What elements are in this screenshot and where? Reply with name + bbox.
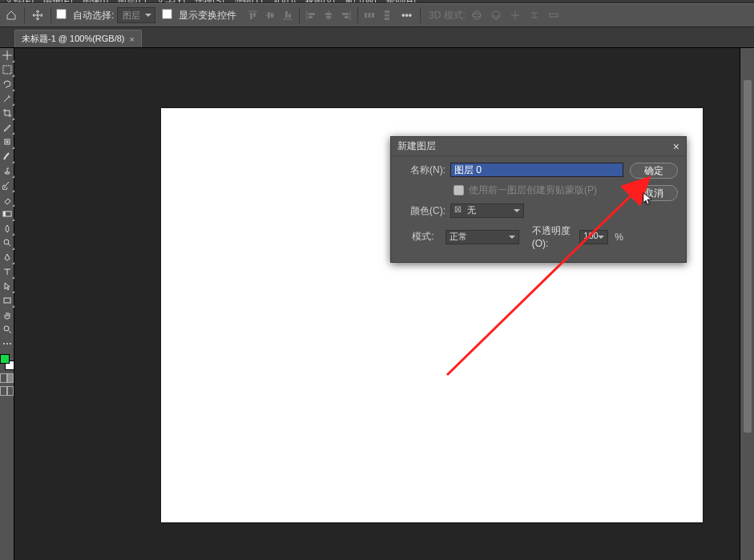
home-icon[interactable]: [3, 7, 19, 23]
svg-rect-4: [268, 12, 270, 18]
dialog-titlebar[interactable]: 新建图层 ×: [391, 137, 686, 156]
document-tab[interactable]: 未标题-1 @ 100%(RGB/8) ×: [14, 30, 142, 47]
svg-point-24: [473, 11, 481, 19]
toolbox: [0, 48, 14, 560]
svg-point-37: [10, 343, 11, 344]
svg-rect-19: [369, 13, 371, 18]
history-brush-tool[interactable]: [0, 178, 14, 192]
orbit-3d-icon[interactable]: [469, 7, 485, 23]
svg-rect-27: [550, 14, 558, 17]
svg-rect-20: [372, 13, 374, 18]
color-label: 颜色(C):: [399, 204, 450, 218]
mode-dropdown-value: 正常: [450, 232, 467, 241]
path-select-tool[interactable]: [0, 279, 14, 293]
align-hcenter-icon[interactable]: [321, 7, 337, 23]
move-tool[interactable]: [0, 48, 14, 62]
opacity-percent: %: [615, 232, 623, 243]
gradient-tool[interactable]: [0, 207, 14, 221]
svg-point-34: [4, 326, 9, 331]
foreground-background-swatch[interactable]: [0, 354, 14, 370]
more-options-icon[interactable]: •••: [401, 10, 412, 21]
vertical-scrollbar[interactable]: [740, 48, 754, 560]
clone-stamp-tool[interactable]: [0, 163, 14, 178]
svg-rect-13: [325, 13, 332, 15]
align-vcenter-icon[interactable]: [262, 7, 278, 23]
hand-tool[interactable]: [0, 308, 14, 322]
distribute-v-icon[interactable]: [379, 7, 395, 23]
cancel-button[interactable]: 取消: [630, 185, 678, 201]
dialog-title: 新建图层: [397, 139, 436, 153]
dodge-tool[interactable]: [0, 236, 14, 250]
crop-tool[interactable]: [0, 106, 14, 120]
new-layer-dialog: 新建图层 × 名称(N): 使用前一图层创建剪贴蒙版(P) 颜色(C): 无 模…: [390, 136, 687, 263]
mode-dropdown[interactable]: 正常: [446, 230, 519, 244]
type-tool[interactable]: [0, 264, 14, 279]
target-dropdown-value: 图层: [123, 10, 140, 22]
svg-rect-2: [253, 13, 256, 17]
separator: [24, 7, 25, 23]
svg-rect-7: [285, 11, 288, 18]
color-dropdown-value: 无: [467, 205, 476, 215]
marquee-tool[interactable]: [0, 62, 14, 77]
pan-3d-icon[interactable]: [507, 7, 523, 23]
document-tab-bar: 未标题-1 @ 100%(RGB/8) ×: [0, 27, 754, 48]
auto-select-checkbox[interactable]: [56, 9, 70, 22]
slide-3d-icon[interactable]: [526, 7, 542, 23]
move-tool-icon[interactable]: [30, 7, 46, 23]
workspace: [14, 48, 740, 560]
svg-point-35: [3, 343, 5, 344]
screen-mode-toggle[interactable]: [0, 386, 14, 396]
mode-label: 模式:: [399, 230, 439, 244]
svg-rect-5: [271, 13, 273, 18]
eraser-tool[interactable]: [0, 192, 14, 207]
separator: [50, 7, 51, 23]
brush-tool[interactable]: [0, 149, 14, 163]
color-dropdown[interactable]: 无: [450, 203, 524, 218]
rectangle-tool[interactable]: [0, 293, 14, 308]
show-transform-checkbox[interactable]: [162, 9, 175, 22]
auto-select-input[interactable]: [56, 9, 67, 19]
align-bottom-icon[interactable]: [280, 7, 296, 23]
scroll-thumb[interactable]: [744, 80, 752, 433]
target-dropdown[interactable]: 图层: [117, 7, 155, 23]
ok-button[interactable]: 确定: [630, 163, 678, 179]
options-bar: 自动选择: 图层 显示变换控件 •: [0, 3, 754, 27]
separator: [299, 7, 300, 23]
align-left-icon[interactable]: [303, 7, 319, 23]
svg-rect-18: [365, 13, 367, 18]
svg-rect-16: [342, 13, 349, 15]
name-label: 名称(N):: [399, 163, 450, 177]
align-group: [244, 7, 395, 23]
pen-tool[interactable]: [0, 250, 14, 264]
svg-rect-21: [385, 10, 389, 13]
dialog-close-icon[interactable]: ×: [673, 140, 679, 153]
separator: [357, 7, 358, 23]
distribute-h-icon[interactable]: [361, 7, 377, 23]
svg-rect-31: [3, 212, 6, 216]
mode-3d-label: 3D 模式:: [429, 9, 466, 22]
layer-name-input[interactable]: [450, 163, 623, 177]
show-transform-input[interactable]: [162, 9, 172, 19]
clip-mask-checkbox: [454, 185, 464, 195]
svg-rect-33: [4, 298, 10, 303]
lasso-tool[interactable]: [0, 77, 14, 91]
clip-mask-label: 使用前一图层创建剪贴蒙版(P): [469, 183, 597, 197]
svg-rect-17: [345, 16, 349, 18]
svg-point-25: [473, 14, 481, 17]
tab-close-icon[interactable]: ×: [130, 34, 135, 44]
svg-rect-11: [308, 16, 312, 18]
svg-rect-1: [250, 13, 252, 19]
spot-heal-tool[interactable]: [0, 135, 14, 149]
eyedropper-tool[interactable]: [0, 120, 14, 135]
roll-3d-icon[interactable]: [488, 7, 504, 23]
quick-mask-toggle[interactable]: [0, 373, 14, 383]
zoom-tool[interactable]: [0, 322, 14, 336]
scale-3d-icon[interactable]: [546, 7, 562, 23]
edit-toolbar-icon[interactable]: [0, 336, 14, 351]
blur-tool[interactable]: [0, 221, 14, 236]
magic-wand-tool[interactable]: [0, 91, 14, 106]
align-right-icon[interactable]: [338, 7, 354, 23]
opacity-input[interactable]: 100: [579, 230, 608, 244]
foreground-color-swatch[interactable]: [0, 354, 10, 364]
align-top-icon[interactable]: [244, 7, 260, 23]
